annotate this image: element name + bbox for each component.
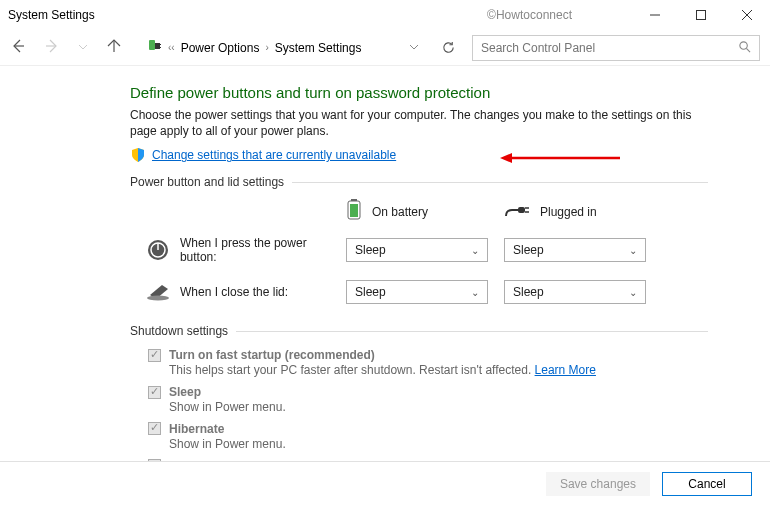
power-button-battery-dropdown[interactable]: Sleep⌄ [346,238,488,262]
minimize-button[interactable] [632,0,678,30]
chevron-down-icon: ⌄ [471,287,479,298]
window-title: System Settings [8,8,95,22]
titlebar: System Settings ©Howtoconnect [0,0,770,30]
lid-plugged-dropdown[interactable]: Sleep⌄ [504,280,646,304]
checkbox-hibernate [148,422,161,435]
divider [236,331,708,332]
main-content: Define power buttons and turn on passwor… [0,66,770,490]
svg-rect-1 [697,11,706,20]
dropdown-value: Sleep [513,285,544,299]
svg-rect-17 [350,204,358,217]
close-button[interactable] [724,0,770,30]
refresh-button[interactable] [441,40,456,55]
fast-startup-desc: This helps start your PC faster after sh… [169,362,708,379]
fast-startup-desc-text: This helps start your PC faster after sh… [169,363,535,377]
row-lid-label-group: When I close the lid: [146,280,346,304]
lid-icon [146,280,170,304]
row-power-button-label-group: When I press the power button: [146,236,346,264]
sleep-title: Sleep [169,385,201,399]
page-subtext: Choose the power settings that you want … [130,107,708,139]
power-button-plugged-dropdown[interactable]: Sleep⌄ [504,238,646,262]
svg-line-12 [746,48,750,52]
shutdown-section-label: Shutdown settings [130,324,228,338]
battery-icon [346,199,362,224]
maximize-button[interactable] [678,0,724,30]
forward-button[interactable] [44,38,60,57]
annotation-arrow-icon [500,153,620,163]
dropdown-value: Sleep [355,285,386,299]
chevron-down-icon: ⌄ [629,245,637,256]
toolbar: ‹‹ Power Options › System Settings [0,30,770,66]
shutdown-item-fast-startup: Turn on fast startup (recommended) This … [148,348,708,379]
hibernate-title: Hibernate [169,422,224,436]
page-heading: Define power buttons and turn on passwor… [130,84,708,101]
power-button-icon [146,238,170,262]
bottom-bar: Save changes Cancel [0,461,770,505]
power-section-label: Power button and lid settings [130,175,284,189]
col-plugged: Plugged in [504,202,662,221]
power-section-header: Power button and lid settings [130,175,708,189]
row-power-button: When I press the power button: Sleep⌄ Sl… [146,236,708,264]
plug-icon [504,202,530,221]
row-power-button-label: When I press the power button: [180,236,346,264]
row-lid-label: When I close the lid: [180,285,288,299]
divider [292,182,708,183]
shutdown-item-hibernate: Hibernate Show in Power menu. [148,422,708,453]
col-plugged-label: Plugged in [540,205,597,219]
power-header-row: On battery Plugged in [146,199,708,224]
svg-rect-18 [518,207,525,213]
row-lid: When I close the lid: Sleep⌄ Sleep⌄ [146,280,708,304]
breadcrumb[interactable]: ‹‹ Power Options › System Settings [140,35,425,61]
breadcrumb-system-settings[interactable]: System Settings [275,41,362,55]
search-box[interactable] [472,35,760,61]
chevron-right-icon: › [265,42,268,53]
svg-rect-8 [155,43,160,49]
checkbox-fast-startup [148,349,161,362]
shutdown-item-sleep: Sleep Show in Power menu. [148,385,708,416]
lid-battery-dropdown[interactable]: Sleep⌄ [346,280,488,304]
back-button[interactable] [10,38,26,57]
chevron-down-icon: ⌄ [471,245,479,256]
search-icon[interactable] [738,40,751,56]
dropdown-value: Sleep [513,243,544,257]
power-options-icon [146,38,162,57]
window-controls: ©Howtoconnect [487,0,770,30]
cancel-button[interactable]: Cancel [662,472,752,496]
hibernate-desc: Show in Power menu. [169,436,708,453]
watermark-text: ©Howtoconnect [487,8,572,22]
learn-more-link[interactable]: Learn More [535,363,596,377]
dropdown-value: Sleep [355,243,386,257]
fast-startup-title: Turn on fast startup (recommended) [169,348,375,362]
chevron-right-icon: ‹‹ [168,42,175,53]
col-battery-label: On battery [372,205,428,219]
search-input[interactable] [481,41,738,55]
change-settings-link[interactable]: Change settings that are currently unava… [152,148,396,162]
sleep-desc: Show in Power menu. [169,399,708,416]
svg-point-24 [147,296,169,301]
chevron-down-icon: ⌄ [629,287,637,298]
nav-arrows [10,38,122,57]
col-battery: On battery [346,199,504,224]
svg-rect-9 [160,44,161,45]
shutdown-section-header: Shutdown settings [130,324,708,338]
save-changes-button: Save changes [546,472,650,496]
up-button[interactable] [106,38,122,57]
breadcrumb-dropdown-chevron[interactable] [409,41,419,55]
svg-marker-14 [500,153,512,163]
checkbox-sleep [148,386,161,399]
svg-point-11 [740,41,747,48]
shield-icon [130,147,146,163]
svg-rect-10 [160,47,161,48]
breadcrumb-power-options[interactable]: Power Options [181,41,260,55]
recent-dropdown-icon[interactable] [78,41,88,55]
admin-link-row: Change settings that are currently unava… [130,147,708,163]
power-table: On battery Plugged in When I press the p… [146,199,708,304]
svg-rect-7 [149,40,155,50]
